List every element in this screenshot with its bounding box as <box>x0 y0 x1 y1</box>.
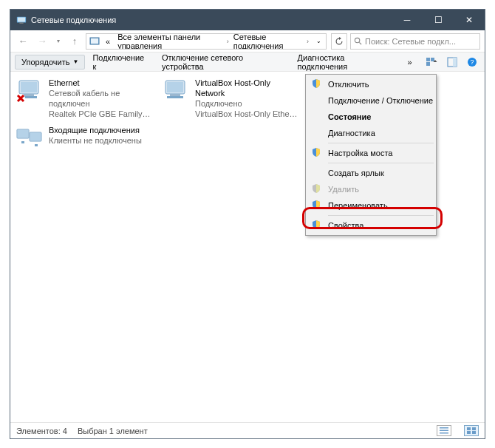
ctx-label: Удалить <box>328 185 359 194</box>
forward-button[interactable]: → <box>34 33 50 50</box>
svg-rect-28 <box>440 430 448 432</box>
ctx-label: Свойства <box>328 221 363 230</box>
breadcrumb-seg2[interactable]: Сетевые подключения <box>231 33 305 50</box>
adapter-item[interactable]: VirtualBox Host-Only Network Подключено … <box>160 76 300 121</box>
ctx-diagnostics[interactable]: Диагностика <box>307 125 434 141</box>
ctx-disable[interactable]: Отключить <box>307 76 434 92</box>
details-view-button[interactable] <box>437 425 451 436</box>
close-button[interactable]: ✕ <box>454 10 485 30</box>
svg-rect-8 <box>431 58 434 61</box>
disable-device-button[interactable]: Отключение сетевого устройства <box>156 51 290 73</box>
breadcrumb-dropdown-icon[interactable]: ⌄ <box>312 38 326 44</box>
back-button[interactable]: ← <box>15 33 31 50</box>
separator <box>328 163 434 163</box>
context-menu: Отключить Подключение / Отключение Состо… <box>305 74 437 236</box>
chevron-down-icon: ▼ <box>72 58 78 65</box>
svg-rect-7 <box>426 58 430 61</box>
incoming-icon <box>15 125 44 152</box>
adapter-item[interactable]: Входящие подключения Клиенты не подключе… <box>13 123 154 153</box>
selection-count: Выбран 1 элемент <box>78 427 148 435</box>
svg-rect-26 <box>30 133 41 140</box>
diagnose-button[interactable]: Диагностика подключения <box>292 51 400 73</box>
svg-rect-2 <box>19 23 23 24</box>
svg-rect-33 <box>472 431 476 434</box>
svg-point-5 <box>355 38 359 42</box>
ctx-properties[interactable]: Свойства <box>307 217 434 234</box>
help-button[interactable]: ? <box>465 55 480 69</box>
adapter-status: Сетевой кабель не подключен <box>49 88 152 109</box>
shield-icon <box>311 200 323 211</box>
shield-icon <box>311 183 323 195</box>
view-options-button[interactable] <box>424 55 440 69</box>
ctx-status[interactable]: Состояние <box>307 109 434 125</box>
overflow-button[interactable]: » <box>402 55 418 69</box>
svg-rect-16 <box>24 94 34 96</box>
content-area: Ethernet Сетевой кабель не подключен Rea… <box>10 72 485 422</box>
svg-rect-4 <box>91 38 98 44</box>
svg-rect-32 <box>467 431 471 434</box>
connect-button[interactable]: Подключение к <box>86 51 154 73</box>
adapter-status: Подключено <box>195 98 298 109</box>
ctx-label: Отключить <box>328 80 369 89</box>
adapter-item[interactable]: Ethernet Сетевой кабель не подключен Rea… <box>13 76 154 121</box>
breadcrumb-seg1[interactable]: Все элементы панели управления <box>115 33 225 50</box>
ctx-rename[interactable]: Переименовать <box>307 197 434 214</box>
address-bar: ← → ▾ ↑ « Все элементы панели управления… <box>10 30 485 52</box>
maximize-button[interactable]: ☐ <box>423 10 454 30</box>
statusbar: Элементов: 4 Выбран 1 элемент <box>10 422 485 438</box>
toolbar: Упорядочить ▼ Подключение к Отключение с… <box>10 52 485 72</box>
search-placeholder: Поиск: Сетевые подкл... <box>365 37 456 46</box>
svg-rect-24 <box>18 130 28 138</box>
svg-rect-20 <box>167 82 183 92</box>
adapter-desc: VirtualBox Host-Only Ethernet Ad... <box>195 109 298 119</box>
history-dropdown[interactable]: ▾ <box>53 33 64 50</box>
up-button[interactable]: ↑ <box>66 33 83 50</box>
adapter-status: Клиенты не подключены <box>49 135 142 146</box>
preview-pane-button[interactable] <box>444 55 460 69</box>
ctx-bridge[interactable]: Настройка моста <box>307 145 434 161</box>
item-count: Элементов: 4 <box>16 427 67 435</box>
refresh-button[interactable] <box>331 33 347 50</box>
window-title: Сетевые подключения <box>31 16 116 24</box>
adapter-name: VirtualBox Host-Only Network <box>195 78 298 98</box>
window: Сетевые подключения ─ ☐ ✕ ← → ▾ ↑ « Все … <box>10 9 485 439</box>
adapter-name: Ethernet <box>49 78 152 88</box>
svg-rect-29 <box>440 432 448 434</box>
svg-rect-1 <box>18 18 26 22</box>
svg-rect-22 <box>167 96 183 98</box>
svg-rect-15 <box>21 82 37 92</box>
ctx-shortcut[interactable]: Создать ярлык <box>307 165 434 181</box>
organize-button[interactable]: Упорядочить ▼ <box>15 55 85 69</box>
separator <box>328 143 434 143</box>
ctx-label: Настройка моста <box>328 149 392 157</box>
adapter-icon <box>161 78 191 104</box>
organize-label: Упорядочить <box>21 58 69 67</box>
tiles-view-button[interactable] <box>464 425 479 436</box>
adapter-icon <box>15 78 44 104</box>
svg-line-6 <box>359 42 361 44</box>
shield-icon <box>311 220 323 231</box>
svg-rect-27 <box>440 427 448 429</box>
svg-text:?: ? <box>471 58 474 66</box>
control-panel-icon <box>89 36 101 47</box>
svg-rect-21 <box>170 94 180 96</box>
shield-icon <box>311 147 323 159</box>
breadcrumb-separator-icon: › <box>307 38 309 45</box>
svg-rect-9 <box>426 62 430 66</box>
adapter-name: Входящие подключения <box>49 125 142 135</box>
breadcrumb-prefix: « <box>103 37 113 46</box>
search-icon <box>354 37 362 45</box>
ctx-label: Переименовать <box>328 201 388 210</box>
svg-rect-31 <box>472 427 476 430</box>
app-icon <box>16 15 27 25</box>
ctx-delete: Удалить <box>307 181 434 197</box>
svg-rect-11 <box>453 58 457 67</box>
shield-icon <box>311 78 323 90</box>
breadcrumb-separator-icon: › <box>227 38 229 45</box>
minimize-button[interactable]: ─ <box>392 10 423 30</box>
search-input[interactable]: Поиск: Сетевые подкл... <box>350 33 480 50</box>
adapter-desc: Realtek PCIe GBE Family Controller <box>49 109 152 119</box>
breadcrumb[interactable]: « Все элементы панели управления › Сетев… <box>86 33 327 50</box>
separator <box>328 215 434 216</box>
ctx-connect-disconnect[interactable]: Подключение / Отключение <box>307 92 434 109</box>
